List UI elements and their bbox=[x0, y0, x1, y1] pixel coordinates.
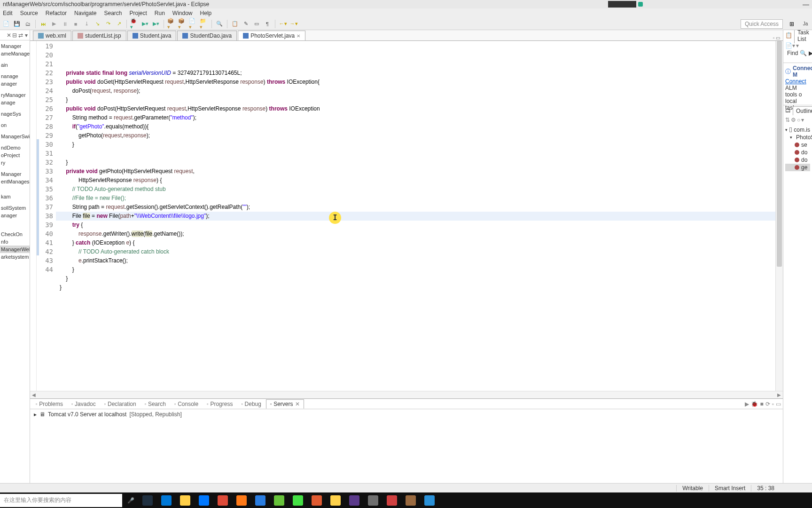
save-all-icon[interactable]: 🗂 bbox=[23, 20, 32, 28]
debug-pause-icon[interactable]: ⏸ bbox=[61, 20, 69, 28]
editor-tab[interactable]: studentList.jsp bbox=[72, 31, 126, 40]
menu-run[interactable]: Run bbox=[155, 10, 165, 16]
outline-title[interactable]: Outline bbox=[793, 106, 812, 115]
project-item[interactable]: Manager bbox=[0, 170, 30, 178]
project-item[interactable]: on bbox=[0, 121, 30, 129]
toggle-block-icon[interactable]: ▭ bbox=[252, 20, 261, 28]
close-icon[interactable]: ✕ bbox=[295, 401, 300, 407]
project-item[interactable]: sollSystem bbox=[0, 204, 30, 212]
toggle-mark-icon[interactable]: ✎ bbox=[242, 20, 250, 28]
project-item[interactable] bbox=[0, 57, 30, 61]
taskbar-app[interactable] bbox=[327, 494, 344, 507]
project-item[interactable]: arketsystem bbox=[0, 253, 30, 261]
taskbar-app[interactable] bbox=[365, 494, 382, 507]
debug-stop-icon[interactable]: ■ bbox=[71, 20, 80, 28]
outline-hide-icon[interactable]: ○ bbox=[797, 117, 800, 123]
taskbar-app[interactable] bbox=[271, 494, 288, 507]
project-item[interactable] bbox=[0, 227, 30, 230]
step-into-icon[interactable]: ↘ bbox=[93, 20, 102, 28]
new-icon[interactable]: 📄 bbox=[2, 20, 10, 28]
menu-search[interactable]: Search bbox=[104, 10, 122, 16]
menu-edit[interactable]: Edit bbox=[3, 10, 13, 16]
scroll-left-icon[interactable]: ◀ bbox=[30, 392, 38, 397]
project-item[interactable]: anage bbox=[0, 99, 30, 106]
project-item[interactable]: anager bbox=[0, 80, 30, 87]
run-ext-icon[interactable]: ▶▾ bbox=[152, 20, 160, 28]
debug-skip-icon[interactable]: ⏭ bbox=[39, 20, 47, 28]
bottom-tab-debug[interactable]: ▫Debug bbox=[237, 400, 265, 408]
project-item[interactable]: CheckOn bbox=[0, 230, 30, 238]
taskbar-app[interactable] bbox=[308, 494, 325, 507]
expander-icon[interactable]: ▸ bbox=[34, 411, 37, 418]
link-icon[interactable]: ⇄ bbox=[18, 32, 23, 39]
find-search-icon[interactable]: 🔍 bbox=[800, 50, 807, 56]
project-item[interactable]: Manager bbox=[0, 42, 30, 50]
taskbar-app[interactable] bbox=[421, 494, 438, 507]
bottom-tab-declaration[interactable]: ▫Declaration bbox=[101, 400, 140, 408]
horizontal-scrollbar[interactable]: ◀ ▶ bbox=[30, 391, 783, 398]
project-item[interactable]: ry bbox=[0, 159, 30, 167]
taskbar-app[interactable] bbox=[346, 494, 363, 507]
bottom-tab-problems[interactable]: ▫Problems bbox=[32, 400, 67, 408]
view-minimize-icon[interactable]: ▫ bbox=[772, 401, 774, 407]
editor-tab[interactable]: StudentDao.java bbox=[177, 31, 237, 40]
chevron-down-icon[interactable]: ▾ bbox=[790, 135, 792, 140]
project-item[interactable] bbox=[0, 106, 30, 110]
debug-resume-icon[interactable]: ▶ bbox=[50, 20, 58, 28]
task-new-icon[interactable]: 📄▾ bbox=[785, 42, 795, 49]
fwd-icon[interactable]: →▾ bbox=[289, 20, 298, 28]
project-item[interactable]: ndDemo bbox=[0, 144, 30, 151]
run-icon[interactable]: ▶▾ bbox=[141, 20, 149, 28]
project-item[interactable]: ManagerWeb bbox=[0, 246, 30, 253]
bottom-tab-progress[interactable]: ▫Progress bbox=[203, 400, 236, 408]
outline-item[interactable]: se bbox=[785, 141, 810, 149]
taskbar-app[interactable] bbox=[383, 494, 400, 507]
project-item[interactable]: entManages bbox=[0, 178, 30, 185]
menu-window[interactable]: Window bbox=[172, 10, 193, 16]
outline-item[interactable]: ge bbox=[785, 164, 810, 171]
project-item[interactable] bbox=[0, 87, 30, 91]
debug-disconnect-icon[interactable]: ⤓ bbox=[82, 20, 91, 28]
project-item[interactable]: ryManager bbox=[0, 91, 30, 99]
bottom-tab-search[interactable]: ▫Search bbox=[141, 400, 170, 408]
project-item[interactable] bbox=[0, 167, 30, 170]
minimize-icon[interactable]: — bbox=[803, 0, 809, 8]
taskbar-app[interactable] bbox=[214, 494, 231, 507]
bottom-tab-servers[interactable]: ▫Servers✕ bbox=[266, 399, 304, 409]
taskbar-search[interactable]: 在这里输入你要搜索的内容 bbox=[0, 494, 122, 507]
project-item[interactable] bbox=[0, 219, 30, 223]
project-item[interactable]: nageSys bbox=[0, 110, 30, 118]
toggle-breadcrumb-icon[interactable]: 📋 bbox=[231, 20, 239, 28]
project-item[interactable]: anager bbox=[0, 212, 30, 219]
taskbar-app[interactable] bbox=[139, 494, 156, 507]
taskbar-app[interactable] bbox=[158, 494, 175, 507]
outline-item[interactable]: ▾com.is bbox=[785, 126, 810, 134]
quick-access-input[interactable]: Quick Access bbox=[741, 19, 783, 29]
taskbar-app[interactable] bbox=[402, 494, 419, 507]
step-return-icon[interactable]: ↗ bbox=[115, 20, 123, 28]
project-item[interactable]: kam bbox=[0, 193, 30, 200]
taskbar-app[interactable] bbox=[233, 494, 250, 507]
perspective-switcher-icon[interactable]: ⊞ bbox=[787, 19, 796, 29]
search-icon[interactable]: 🔍 bbox=[215, 20, 224, 28]
outline-filter-icon[interactable]: ⚙ bbox=[791, 117, 796, 123]
bottom-tab-console[interactable]: ▫Console bbox=[171, 400, 202, 408]
servers-start-icon[interactable]: ▶ bbox=[745, 401, 749, 407]
vertical-scrollbar[interactable] bbox=[775, 41, 783, 391]
servers-stop-icon[interactable]: ■ bbox=[760, 401, 763, 407]
servers-view[interactable]: ▸ 🖥 Tomcat v7.0 Server at localhost [Sto… bbox=[30, 409, 783, 492]
bottom-tab-javadoc[interactable]: ▫Javadoc bbox=[68, 400, 100, 408]
project-item[interactable]: nanage bbox=[0, 72, 30, 80]
project-item[interactable] bbox=[0, 200, 30, 204]
project-item[interactable] bbox=[0, 189, 30, 193]
new-class-icon[interactable]: 📄▾ bbox=[189, 20, 197, 28]
new-project-icon[interactable]: 📦▾ bbox=[167, 20, 176, 28]
collapse-icon[interactable]: ⊟ bbox=[12, 32, 17, 39]
project-item[interactable]: nfo bbox=[0, 238, 30, 246]
project-item[interactable]: ManagerSwing bbox=[0, 133, 30, 140]
media-widget-btn[interactable] bbox=[638, 2, 643, 7]
tasklist-title[interactable]: Task List bbox=[794, 30, 812, 43]
bug-run-icon[interactable]: 🐞▾ bbox=[130, 20, 139, 28]
back-icon[interactable]: ←▾ bbox=[279, 20, 287, 28]
save-icon[interactable]: 💾 bbox=[13, 20, 21, 28]
